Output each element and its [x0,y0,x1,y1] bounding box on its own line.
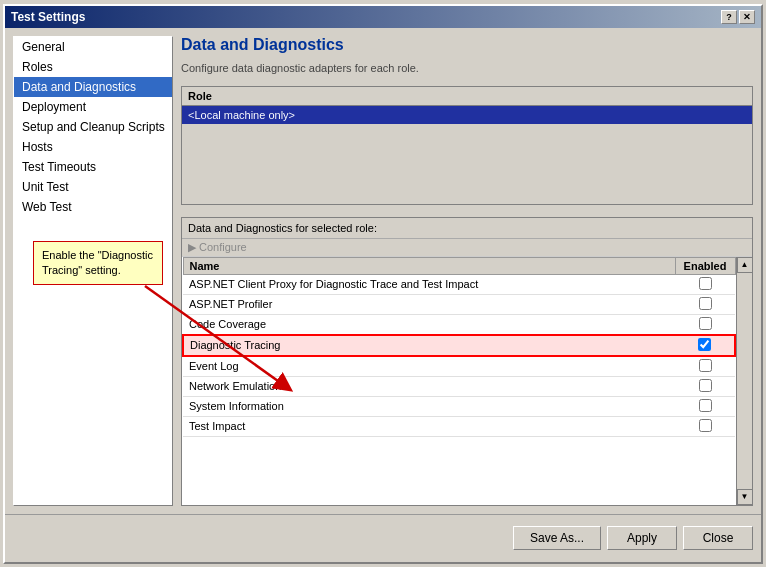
diag-table-row[interactable]: Network Emulation [183,376,735,396]
sidebar-item-test-timeouts[interactable]: Test Timeouts [14,157,172,177]
section-title: Data and Diagnostics [181,36,753,54]
diag-for-role-label: Data and Diagnostics for selected role: [182,218,752,239]
diag-row-enabled[interactable] [675,335,735,356]
dialog-title: Test Settings [11,10,85,24]
diag-table-row[interactable]: Diagnostic Tracing [183,335,735,356]
diag-table-row[interactable]: Test Impact [183,416,735,436]
section-desc: Configure data diagnostic adapters for e… [181,62,753,74]
diag-row-enabled[interactable] [675,294,735,314]
diag-table-row[interactable]: ASP.NET Client Proxy for Diagnostic Trac… [183,274,735,294]
diag-row-name: Diagnostic Tracing [183,335,675,356]
diagnostics-table: Name Enabled ASP.NET Client Proxy for Di… [182,257,736,505]
role-table-header: Role [182,87,752,106]
configure-area: ▶ Configure [182,239,752,257]
dialog-window: Test Settings ? ✕ General Roles Data and… [3,4,763,564]
diag-row-name: Network Emulation [183,376,675,396]
diag-table-row[interactable]: System Information [183,396,735,416]
diag-row-name: ASP.NET Client Proxy for Diagnostic Trac… [183,274,675,294]
diag-row-name: System Information [183,396,675,416]
close-button-footer[interactable]: Close [683,526,753,550]
diag-row-enabled[interactable] [675,274,735,294]
sidebar-item-setup-cleanup[interactable]: Setup and Cleanup Scripts [14,117,172,137]
diag-row-enabled[interactable] [675,314,735,335]
sidebar-item-hosts[interactable]: Hosts [14,137,172,157]
title-bar-buttons: ? ✕ [721,10,755,24]
diagnostics-section: Data and Diagnostics for selected role: … [181,217,753,506]
role-table-empty-area [182,124,752,204]
configure-label: Configure [199,241,247,253]
diag-row-enabled[interactable] [675,376,735,396]
footer: Save As... Apply Close [5,514,761,562]
scroll-up-arrow[interactable]: ▲ [737,257,753,273]
diag-row-enabled[interactable] [675,356,735,377]
diag-table-row[interactable]: ASP.NET Profiler [183,294,735,314]
sidebar-item-web-test[interactable]: Web Test [14,197,172,217]
close-button[interactable]: ✕ [739,10,755,24]
main-content: Data and Diagnostics Configure data diag… [181,36,753,506]
sidebar-item-data-diagnostics[interactable]: Data and Diagnostics [14,77,172,97]
scrollbar[interactable]: ▲ ▼ [736,257,752,505]
sidebar-item-unit-test[interactable]: Unit Test [14,177,172,197]
configure-icon: ▶ [188,241,196,254]
diag-row-name: Event Log [183,356,675,377]
diag-row-enabled[interactable] [675,416,735,436]
diag-row-name: Test Impact [183,416,675,436]
role-table: Role <Local machine only> [181,86,753,205]
scroll-track [737,273,752,489]
save-as-button[interactable]: Save As... [513,526,601,550]
help-button[interactable]: ? [721,10,737,24]
title-bar: Test Settings ? ✕ [5,6,761,28]
sidebar-item-deployment[interactable]: Deployment [14,97,172,117]
diag-row-enabled[interactable] [675,396,735,416]
enabled-column-header: Enabled [675,257,735,274]
diag-table-row[interactable]: Code Coverage [183,314,735,335]
apply-button[interactable]: Apply [607,526,677,550]
sidebar-item-general[interactable]: General [14,37,172,57]
diag-row-name: ASP.NET Profiler [183,294,675,314]
configure-button[interactable]: ▶ Configure [188,241,247,254]
name-column-header: Name [183,257,675,274]
role-table-selected-row[interactable]: <Local machine only> [182,106,752,124]
tooltip-text: Enable the "Diagnostic Tracing" setting. [42,249,153,276]
diag-table-row[interactable]: Event Log [183,356,735,377]
tooltip-box: Enable the "Diagnostic Tracing" setting. [33,241,163,286]
diag-row-name: Code Coverage [183,314,675,335]
scroll-down-arrow[interactable]: ▼ [737,489,753,505]
sidebar-item-roles[interactable]: Roles [14,57,172,77]
